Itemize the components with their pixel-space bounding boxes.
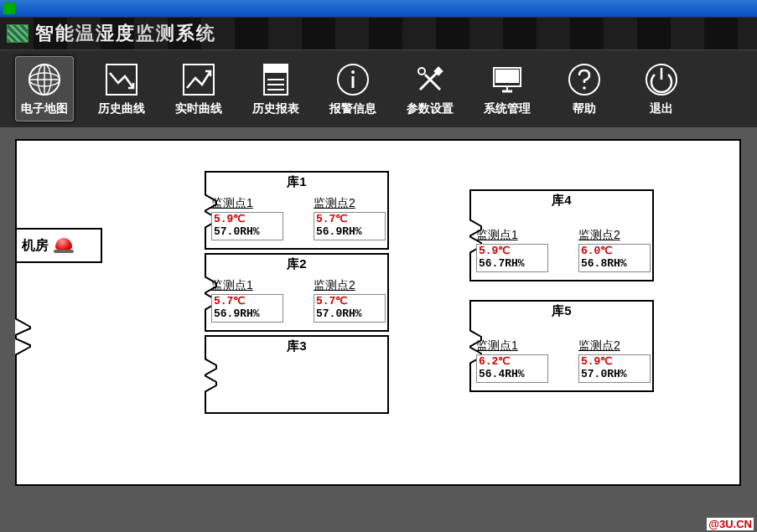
report-icon — [257, 61, 294, 98]
warehouse-5[interactable]: 库5 监测点1 6.2℃ 56.4RH% 监测点2 5.9℃ 57.0RH% — [469, 300, 654, 392]
temperature-value: 5.7℃ — [316, 296, 383, 308]
map-canvas: 机房 库1 监测点1 5.9℃ 57.0RH% 监测点2 5.7℃ 56.9RH… — [15, 139, 741, 486]
sensor-name: 监测点2 — [578, 338, 651, 354]
toolbar-label: 帮助 — [573, 101, 596, 116]
sensor-point[interactable]: 监测点1 5.9℃ 56.7RH% — [476, 228, 548, 272]
window-icon — [3, 3, 15, 14]
svg-point-24 — [583, 86, 586, 90]
humidity-value: 56.9RH% — [316, 226, 383, 239]
warehouse-1[interactable]: 库1 监测点1 5.9℃ 57.0RH% 监测点2 5.7℃ 56.9RH% — [205, 171, 389, 250]
toolbar-label: 报警信息 — [329, 101, 376, 116]
humidity-value: 56.8RH% — [581, 258, 648, 271]
sensor-reading: 5.7℃ 56.9RH% — [211, 294, 283, 323]
alarm-light-icon — [55, 238, 74, 253]
sensor-name: 监测点1 — [211, 278, 283, 293]
chart-up-icon — [180, 61, 217, 98]
toolbar-system-button[interactable]: 系统管理 — [478, 56, 537, 121]
toolbar-label: 历史报表 — [252, 101, 299, 116]
svg-rect-8 — [264, 65, 288, 73]
warehouse-2[interactable]: 库2 监测点1 5.7℃ 56.9RH% 监测点2 5.7℃ 57.0RH% — [205, 253, 389, 332]
monitor-icon — [489, 61, 526, 98]
window-titlebar — [0, 0, 757, 17]
toolbar-map-button[interactable]: 电子地图 — [15, 56, 74, 121]
sensor-point[interactable]: 监测点2 6.0℃ 56.8RH% — [578, 228, 651, 272]
machine-room-box[interactable]: 机房 — [17, 228, 102, 263]
door-icon — [205, 359, 218, 392]
sensor-point[interactable]: 监测点1 6.2℃ 56.4RH% — [476, 338, 548, 383]
sensor-reading: 5.7℃ 56.9RH% — [314, 212, 386, 240]
svg-point-18 — [418, 68, 425, 75]
sensor-reading: 6.2℃ 56.4RH% — [476, 354, 548, 383]
sensor-point[interactable]: 监测点2 5.7℃ 57.0RH% — [314, 278, 386, 323]
toolbar-help-button[interactable]: 帮助 — [555, 56, 614, 121]
svg-point-13 — [351, 70, 355, 74]
temperature-value: 5.7℃ — [316, 214, 383, 226]
warehouse-title: 库3 — [206, 338, 387, 354]
humidity-value: 57.0RH% — [316, 308, 383, 321]
svg-rect-20 — [495, 70, 519, 83]
sensor-point[interactable]: 监测点2 5.7℃ 56.9RH% — [314, 196, 386, 240]
toolbar-params-button[interactable]: 参数设置 — [401, 56, 459, 121]
warehouse-3[interactable]: 库3 — [205, 335, 389, 414]
warehouse-4[interactable]: 库4 监测点1 5.9℃ 56.7RH% 监测点2 6.0℃ 56.8RH% — [469, 189, 654, 281]
sensor-reading: 5.9℃ 56.7RH% — [476, 244, 548, 272]
humidity-value: 56.9RH% — [214, 308, 281, 321]
temperature-value: 6.2℃ — [479, 356, 546, 369]
sensor-reading: 5.9℃ 57.0RH% — [578, 354, 651, 383]
sensor-name: 监测点2 — [314, 196, 386, 211]
warehouse-title: 库4 — [471, 193, 652, 209]
warehouse-title: 库2 — [206, 256, 387, 272]
toolbar-realtime-curve-button[interactable]: 实时曲线 — [169, 56, 228, 121]
watermark-text: @3U.CN — [707, 518, 754, 530]
sensor-name: 监测点2 — [314, 278, 386, 293]
power-icon — [643, 61, 680, 98]
temperature-value: 5.9℃ — [479, 245, 546, 258]
toolbar-report-button[interactable]: 历史报表 — [246, 56, 305, 121]
sensor-name: 监测点1 — [211, 196, 283, 211]
toolbar-alarm-button[interactable]: 报警信息 — [324, 56, 382, 121]
svg-line-15 — [420, 73, 437, 90]
tools-icon — [412, 61, 448, 98]
toolbar-label: 参数设置 — [407, 101, 454, 116]
temperature-value: 5.9℃ — [581, 356, 648, 369]
temperature-value: 6.0℃ — [581, 245, 648, 258]
warehouse-title: 库1 — [206, 174, 387, 190]
sensor-reading: 5.9℃ 57.0RH% — [211, 212, 283, 240]
temperature-value: 5.9℃ — [214, 214, 281, 226]
svg-rect-6 — [184, 65, 214, 95]
humidity-value: 57.0RH% — [581, 369, 648, 381]
humidity-value: 56.4RH% — [479, 369, 546, 381]
help-icon — [566, 61, 603, 98]
app-title: 智能温湿度监测系统 — [35, 21, 216, 46]
app-header: 智能温湿度监测系统 — [0, 17, 757, 50]
sensor-point[interactable]: 监测点2 5.9℃ 57.0RH% — [578, 338, 651, 383]
info-icon — [334, 61, 371, 98]
globe-icon — [26, 61, 63, 98]
sensor-name: 监测点1 — [476, 228, 548, 243]
toolbar-history-curve-button[interactable]: 历史曲线 — [92, 56, 151, 121]
sensor-name: 监测点2 — [578, 228, 651, 243]
toolbar-label: 退出 — [650, 101, 673, 116]
sensor-point[interactable]: 监测点1 5.9℃ 57.0RH% — [211, 196, 283, 240]
temperature-value: 5.7℃ — [214, 296, 281, 308]
toolbar-label: 系统管理 — [484, 101, 531, 116]
toolbar-label: 实时曲线 — [175, 101, 222, 116]
humidity-value: 56.7RH% — [479, 258, 546, 271]
toolbar-label: 历史曲线 — [98, 101, 145, 116]
canvas-edge-notch — [15, 318, 35, 355]
humidity-value: 57.0RH% — [214, 226, 281, 239]
sensor-reading: 5.7℃ 57.0RH% — [314, 294, 386, 323]
sensor-reading: 6.0℃ 56.8RH% — [578, 244, 651, 272]
toolbar-label: 电子地图 — [21, 101, 68, 116]
sensor-name: 监测点1 — [476, 338, 548, 354]
machine-room-label: 机房 — [22, 237, 49, 255]
warehouse-title: 库5 — [471, 303, 652, 319]
sensor-point[interactable]: 监测点1 5.7℃ 56.9RH% — [211, 278, 283, 323]
main-toolbar: 电子地图 历史曲线 实时曲线 历史报表 报警信息 参数设置 系统 — [0, 50, 757, 127]
toolbar-exit-button[interactable]: 退出 — [632, 56, 691, 121]
app-logo-icon — [7, 24, 29, 43]
chart-down-icon — [103, 61, 140, 98]
